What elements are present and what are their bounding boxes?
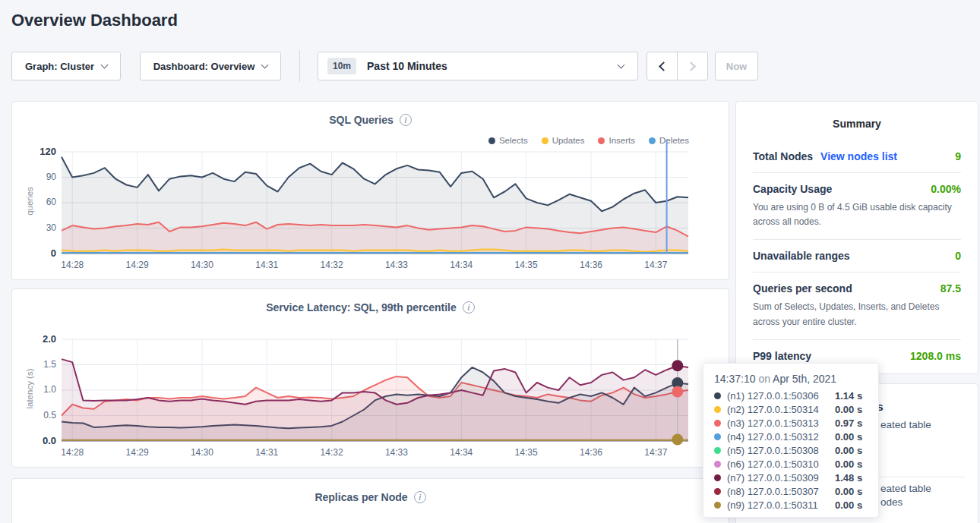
- chevron-down-icon: [101, 61, 109, 68]
- info-icon[interactable]: i: [400, 114, 412, 126]
- summary-row: Queries per second87.5Sum of Selects, Up…: [753, 273, 961, 339]
- series-dot-icon: [714, 392, 721, 399]
- tooltip-node-value: 0.00 s: [835, 458, 862, 470]
- chart-title: SQL Queries: [329, 114, 394, 126]
- chart-title: Service Latency: SQL, 99th percentile: [266, 301, 457, 313]
- info-icon[interactable]: i: [463, 301, 475, 313]
- series-dot-icon: [714, 447, 721, 454]
- tooltip-row: (n6) 127.0.0.1:503100.00 s: [714, 457, 868, 471]
- chart-header: SQL Queries i: [12, 102, 729, 126]
- x-tick-label: 14:31: [244, 447, 289, 458]
- graph-dropdown[interactable]: Graph: Cluster: [11, 52, 121, 80]
- x-tick-label: 14:28: [49, 260, 95, 270]
- summary-title: Summary: [736, 102, 978, 130]
- x-tick-label: 14:34: [438, 447, 484, 458]
- dashboard-dropdown-label: Dashboard: Overview: [153, 61, 255, 72]
- legend-item-deletes[interactable]: Deletes: [649, 136, 689, 145]
- summary-row-description: Sum of Selects, Updates, Inserts, and De…: [753, 300, 961, 329]
- x-tick-label: 14:36: [568, 260, 614, 270]
- service-latency-chart[interactable]: [62, 339, 688, 441]
- chevron-left-icon: [659, 61, 669, 71]
- view-nodes-list-link[interactable]: View nodes list: [820, 150, 897, 162]
- tooltip-node-value: 0.00 s: [835, 404, 862, 415]
- legend-item-updates[interactable]: Updates: [542, 136, 585, 145]
- tooltip-node-value: 0.00 s: [835, 499, 862, 511]
- x-tick-label: 14:29: [115, 447, 160, 458]
- summary-row-value: 1208.0 ms: [910, 350, 961, 362]
- tooltip-row: (n7) 127.0.0.1:503091.48 s: [714, 471, 868, 484]
- tooltip-row: (n5) 127.0.0.1:503080.00 s: [714, 443, 868, 457]
- service-latency-card: Service Latency: SQL, 99th percentile i …: [11, 288, 729, 468]
- x-tick-label: 14:35: [504, 260, 549, 270]
- summary-row: Total NodesView nodes list9: [753, 140, 961, 173]
- sql-queries-chart[interactable]: [62, 152, 688, 254]
- chart-hover-tooltip: 14:37:10 on Apr 5th, 2021 (n1) 127.0.0.1…: [703, 363, 879, 518]
- dashboard-dropdown[interactable]: Dashboard: Overview: [140, 52, 281, 80]
- event-item-text: eated table: [880, 419, 931, 430]
- replicas-per-node-card: Replicas per Node i: [11, 478, 729, 523]
- info-icon[interactable]: i: [414, 491, 426, 503]
- x-tick-label: 14:32: [309, 447, 355, 458]
- series-dot-icon: [714, 502, 721, 509]
- tooltip-node-label: (n1) 127.0.0.1:50306: [727, 390, 835, 402]
- summary-row-main: Capacity Usage0.00%: [753, 183, 961, 195]
- tooltip-node-label: (n2) 127.0.0.1:50314: [727, 404, 835, 415]
- chart-svg: [62, 152, 688, 254]
- x-tick-label: 14:30: [179, 260, 225, 270]
- summary-row-main: Total NodesView nodes list9: [753, 150, 961, 162]
- series-dot-icon: [714, 420, 721, 427]
- x-tick-label: 14:35: [504, 447, 549, 458]
- x-tick-label: 14:33: [374, 447, 419, 458]
- series-dot-icon: [714, 406, 721, 413]
- chart-header: Replicas per Node i: [12, 479, 729, 503]
- legend-label: Inserts: [609, 136, 635, 145]
- x-tick-label: 14:30: [179, 447, 225, 458]
- summary-rows: Total NodesView nodes list9Capacity Usag…: [736, 140, 978, 372]
- tooltip-node-value: 0.00 s: [835, 445, 862, 456]
- x-tick-label: 14:37: [633, 447, 678, 458]
- legend-item-inserts[interactable]: Inserts: [598, 136, 635, 145]
- x-tick-label: 14:33: [374, 260, 419, 270]
- tooltip-node-value: 1.14 s: [835, 390, 862, 402]
- summary-row-value: 0: [955, 250, 961, 262]
- x-tick-label: 14:28: [49, 447, 95, 458]
- tooltip-row: (n4) 127.0.0.1:503120.00 s: [714, 430, 868, 443]
- chart-legend: SelectsUpdatesInsertsDeletes: [488, 136, 689, 145]
- x-tick-label: 14:34: [438, 260, 484, 270]
- tooltip-node-label: (n5) 127.0.0.1:50308: [727, 445, 835, 456]
- time-prev-button[interactable]: [646, 52, 678, 80]
- legend-label: Updates: [552, 136, 585, 145]
- tooltip-connector: on: [758, 373, 770, 385]
- tooltip-node-label: (n8) 127.0.0.1:50307: [727, 486, 835, 497]
- chart-svg: [62, 339, 688, 441]
- chevron-right-icon: [686, 61, 696, 71]
- graph-dropdown-label: Graph: Cluster: [25, 61, 94, 72]
- summary-row-label: Capacity Usage: [753, 183, 832, 195]
- chart-title: Replicas per Node: [315, 491, 407, 503]
- legend-dot-icon: [488, 137, 495, 144]
- summary-row-main: Unavailable ranges0: [753, 250, 961, 262]
- legend-dot-icon: [598, 137, 605, 144]
- now-button[interactable]: Now: [715, 52, 758, 80]
- tooltip-node-label: (n7) 127.0.0.1:50309: [727, 472, 835, 484]
- summary-row-value: 87.5: [940, 282, 961, 295]
- tooltip-row: (n2) 127.0.0.1:503140.00 s: [714, 402, 868, 416]
- legend-item-selects[interactable]: Selects: [488, 136, 528, 145]
- tooltip-node-label: (n4) 127.0.0.1:50312: [727, 431, 835, 443]
- time-range-badge: 10m: [327, 58, 356, 74]
- time-next-button[interactable]: [677, 52, 708, 80]
- tooltip-row: (n3) 127.0.0.1:503130.97 s: [714, 416, 868, 430]
- series-dot-icon: [714, 461, 721, 468]
- time-range-dropdown[interactable]: 10m Past 10 Minutes: [318, 52, 638, 80]
- legend-dot-icon: [649, 137, 656, 144]
- summary-row-description: You are using 0 B of 4.5 GiB usable disk…: [753, 200, 961, 229]
- summary-row: Unavailable ranges0: [753, 240, 961, 273]
- event-item-text: eated table: [880, 483, 931, 494]
- tooltip-node-label: (n6) 127.0.0.1:50310: [727, 458, 835, 470]
- x-tick-label: 14:29: [115, 260, 160, 270]
- x-tick-label: 14:37: [633, 260, 678, 270]
- summary-row-value: 9: [955, 150, 961, 162]
- series-dot-icon: [714, 433, 721, 440]
- tooltip-timestamp: 14:37:10 on Apr 5th, 2021: [714, 373, 868, 385]
- series-dot-icon: [714, 488, 721, 495]
